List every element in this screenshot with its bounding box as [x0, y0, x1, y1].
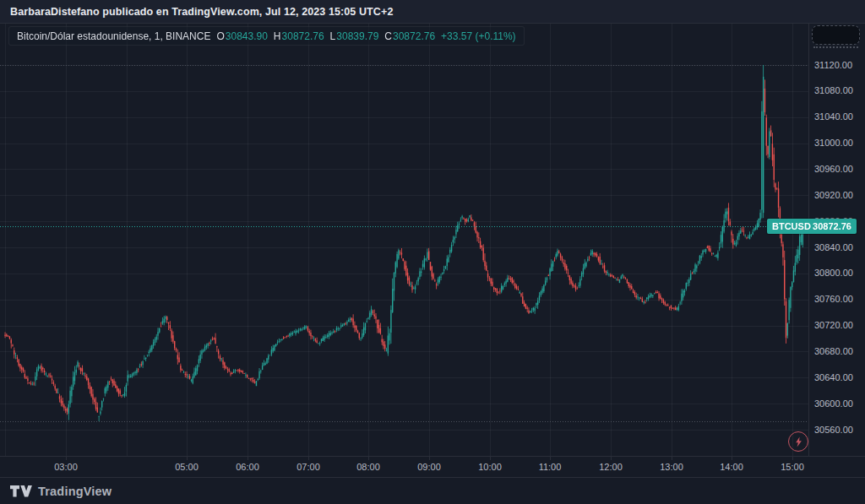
time-axis-label: 08:00 [351, 462, 385, 472]
price-axis-label: 30760.00 [814, 294, 863, 305]
price-axis-label: 31000.00 [814, 138, 863, 149]
price-axis-label: 30800.00 [814, 268, 863, 279]
ohlc-high: H30872.76 [274, 30, 324, 42]
price-axis-label: 30720.00 [814, 320, 863, 331]
time-axis-label: 12:00 [594, 462, 628, 472]
time-axis-tick [66, 457, 67, 460]
time-axis-label: 11:00 [533, 462, 567, 472]
tradingview-logo-icon [10, 485, 32, 497]
time-axis-label: 14:00 [715, 462, 748, 472]
time-axis-label: 05:00 [170, 462, 204, 472]
time-axis-label: 10:00 [473, 462, 507, 472]
lightning-icon-button[interactable] [788, 431, 808, 452]
time-axis-tick [672, 457, 672, 460]
time-axis-tick [611, 457, 612, 460]
price-axis-label: 30840.00 [814, 242, 863, 253]
price-axis-label: 30960.00 [814, 164, 863, 175]
footer: TradingView [0, 477, 865, 504]
price-axis-label: 31120.00 [814, 60, 863, 71]
ohlc-low: L30839.79 [330, 30, 379, 42]
badge-symbol: BTCUSD [772, 221, 811, 231]
price-axis-label: 31080.00 [814, 85, 863, 96]
last-price-badge: BTCUSD 30872.76 [767, 219, 857, 234]
time-axis-label: 09:00 [412, 462, 446, 472]
price-axis-label: 30600.00 [814, 398, 863, 409]
time-axis-label: 15:00 [775, 462, 809, 472]
hidden-button[interactable] [812, 25, 860, 45]
time-axis[interactable]: 03:0005:0006:0007:0008:0009:0010:0011:00… [0, 456, 865, 477]
ohlc-close: C30872.76 [384, 30, 435, 42]
time-axis-tick [550, 457, 551, 460]
chart-pane: Bitcoin/Dólar estadounidense, 1, BINANCE… [0, 24, 865, 456]
lightning-icon [793, 436, 804, 447]
symbol-legend[interactable]: Bitcoin/Dólar estadounidense, 1, BINANCE… [8, 26, 525, 46]
price-axis-label: 30920.00 [814, 190, 863, 201]
publisher-text: BarbaraDistefano publicado en TradingVie… [10, 6, 393, 18]
time-axis-label: 06:00 [231, 462, 264, 472]
price-change: +33.57 (+0.11%) [441, 30, 516, 42]
price-axis[interactable]: 31120.0031080.0031040.0031000.0030960.00… [808, 24, 865, 456]
badge-price: 30872.76 [813, 221, 851, 231]
time-axis-tick [368, 457, 369, 460]
tradingview-published-chart: BarbaraDistefano publicado en TradingVie… [0, 0, 865, 504]
price-axis-label: 30640.00 [814, 372, 863, 383]
time-axis-tick [490, 457, 491, 460]
ohlc-open: O30843.90 [216, 30, 267, 42]
time-axis-tick [792, 457, 793, 460]
time-axis-tick [248, 457, 248, 460]
time-axis-tick [187, 457, 188, 460]
time-axis-label: 03:00 [49, 462, 83, 472]
time-axis-tick [429, 457, 430, 460]
publisher-bar: BarbaraDistefano publicado en TradingVie… [0, 0, 865, 24]
tradingview-logo[interactable]: TradingView [10, 485, 112, 498]
price-axis-label: 31040.00 [814, 111, 863, 122]
price-axis-label: 30560.00 [814, 425, 863, 436]
candlestick-chart-canvas[interactable] [0, 24, 808, 456]
time-axis-tick [308, 457, 309, 460]
time-axis-tick [732, 457, 732, 460]
redaction-dashes-decoration [813, 46, 858, 48]
brand-text: TradingView [38, 485, 112, 498]
price-axis-label: 30680.00 [814, 346, 863, 357]
time-axis-label: 07:00 [291, 462, 325, 472]
time-axis-label: 13:00 [655, 462, 688, 472]
symbol-title[interactable]: Bitcoin/Dólar estadounidense, 1, BINANCE [17, 30, 210, 42]
